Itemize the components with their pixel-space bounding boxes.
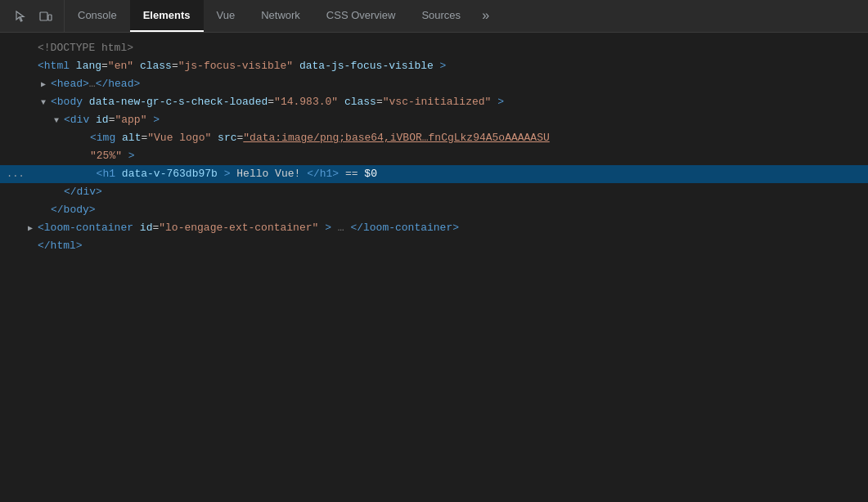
tab-elements[interactable]: Elements bbox=[130, 0, 204, 32]
tab-bar: Console Elements Vue Network CSS Overvie… bbox=[65, 0, 865, 32]
line-doctype[interactable]: <!DOCTYPE html> bbox=[0, 39, 868, 57]
toolbar-icon-group bbox=[3, 0, 65, 32]
elements-panel: <!DOCTYPE html> <html lang="en" class="j… bbox=[0, 33, 868, 502]
tab-console[interactable]: Console bbox=[65, 0, 130, 32]
line-html-close[interactable]: </html> bbox=[0, 237, 868, 255]
toggle-body[interactable]: ▼ bbox=[38, 96, 49, 108]
svg-rect-1 bbox=[48, 15, 52, 20]
line-div-close[interactable]: </div> bbox=[0, 183, 868, 201]
line-loom-container[interactable]: ▶ <loom-container id="lo-engage-ext-cont… bbox=[0, 219, 868, 237]
devtools-toolbar: Console Elements Vue Network CSS Overvie… bbox=[0, 0, 868, 33]
line-img-cont[interactable]: "25%" > bbox=[0, 147, 868, 165]
tab-more-button[interactable]: » bbox=[474, 0, 498, 32]
toggle-head[interactable]: ▶ bbox=[38, 78, 49, 90]
line-h1[interactable]: ... <h1 data-v-763db97b > Hello Vue! </h… bbox=[0, 165, 868, 183]
tab-css-overview[interactable]: CSS Overview bbox=[313, 0, 409, 32]
line-img[interactable]: <img alt="Vue logo" src="data:image/png;… bbox=[0, 129, 868, 147]
tab-sources[interactable]: Sources bbox=[408, 0, 474, 32]
line-head[interactable]: ▶ <head>…</head> bbox=[0, 75, 868, 93]
tab-vue[interactable]: Vue bbox=[204, 0, 249, 32]
toggle-loom[interactable]: ▶ bbox=[25, 222, 36, 234]
svg-rect-0 bbox=[40, 12, 47, 20]
line-div-app[interactable]: ▼ <div id="app" > bbox=[0, 111, 868, 129]
toggle-div-app[interactable]: ▼ bbox=[51, 114, 62, 126]
line-html-open[interactable]: <html lang="en" class="js-focus-visible"… bbox=[0, 57, 868, 75]
cursor-icon[interactable] bbox=[10, 5, 33, 28]
tab-network[interactable]: Network bbox=[248, 0, 313, 32]
device-icon[interactable] bbox=[34, 5, 57, 28]
line-body-open[interactable]: ▼ <body data-new-gr-c-s-check-loaded="14… bbox=[0, 93, 868, 111]
line-body-close[interactable]: </body> bbox=[0, 201, 868, 219]
